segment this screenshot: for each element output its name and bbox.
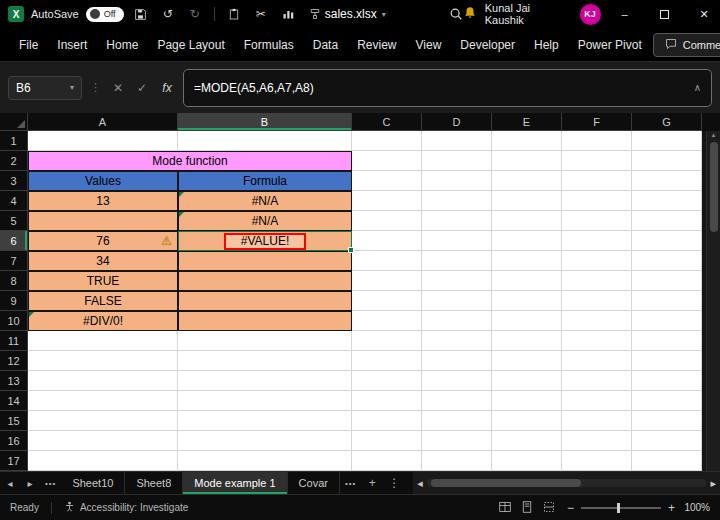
grid-cell[interactable] [352, 271, 422, 291]
grid-cell[interactable] [352, 191, 422, 211]
horizontal-scroll-track[interactable] [427, 479, 707, 487]
row-header-15[interactable]: 15 [0, 411, 28, 431]
grid-cell[interactable] [562, 411, 632, 431]
accessibility-status[interactable]: Accessibility: Investigate [64, 501, 188, 514]
horizontal-scrollbar[interactable]: ◂ ▸ [413, 472, 720, 494]
menu-tab-developer[interactable]: Developer [451, 32, 524, 58]
sheet-list-ellipsis[interactable]: ••• [40, 479, 61, 488]
grid-cell[interactable] [632, 151, 702, 171]
grid-cell[interactable] [422, 151, 492, 171]
row-header-1[interactable]: 1 [0, 131, 28, 151]
grid-cell[interactable] [492, 351, 562, 371]
grid-cell[interactable] [178, 431, 352, 451]
grid-cell[interactable] [562, 191, 632, 211]
grid-cell[interactable] [562, 351, 632, 371]
grid-cell[interactable] [422, 231, 492, 251]
grid-cell[interactable] [352, 431, 422, 451]
cell-a8[interactable]: TRUE [28, 271, 178, 291]
grid-cell[interactable] [352, 211, 422, 231]
grid-cell[interactable] [352, 291, 422, 311]
fill-handle[interactable] [348, 247, 354, 253]
menu-tab-insert[interactable]: Insert [48, 32, 96, 58]
grid-cell[interactable] [422, 291, 492, 311]
redo-icon[interactable]: ↻ [185, 7, 205, 21]
grid-cell[interactable] [178, 131, 352, 151]
grid-cell[interactable] [422, 171, 492, 191]
cell-b9[interactable] [178, 291, 352, 311]
zoom-in-button[interactable]: + [668, 501, 675, 515]
row-header-7[interactable]: 7 [0, 251, 28, 271]
grid-cell[interactable] [632, 271, 702, 291]
zoom-slider-thumb[interactable] [617, 503, 620, 513]
cancel-entry-icon[interactable]: ✕ [109, 81, 127, 95]
horizontal-scroll-thumb[interactable] [431, 479, 581, 487]
grid-cell[interactable] [632, 391, 702, 411]
grid-cell[interactable] [178, 371, 352, 391]
grid-cell[interactable] [632, 431, 702, 451]
sheet-tab-mode-example-1[interactable]: Mode example 1 [183, 472, 287, 494]
grid-cell[interactable] [422, 211, 492, 231]
sheet-nav-next-icon[interactable]: ▸ [20, 478, 40, 489]
grid-cell[interactable] [352, 171, 422, 191]
cell-b8[interactable] [178, 271, 352, 291]
grid-cell[interactable] [562, 291, 632, 311]
grid-cell[interactable] [562, 431, 632, 451]
search-icon[interactable] [449, 7, 463, 21]
grid-cell[interactable] [422, 351, 492, 371]
grid-cell[interactable] [352, 351, 422, 371]
grid-cell[interactable] [28, 351, 178, 371]
grid-cell[interactable] [352, 151, 422, 171]
scroll-up-icon[interactable]: ▴ [712, 131, 716, 139]
grid-cell[interactable] [352, 371, 422, 391]
vertical-scroll-thumb[interactable] [710, 142, 718, 232]
grid-cell[interactable] [352, 251, 422, 271]
grid-cell[interactable] [422, 311, 492, 331]
grid-cell[interactable] [632, 331, 702, 351]
sheet-nav-prev-icon[interactable]: ◂ [0, 478, 20, 489]
grid-cell[interactable] [492, 431, 562, 451]
grid-cell[interactable] [352, 451, 422, 471]
grid-cell[interactable] [352, 331, 422, 351]
grid-cell[interactable] [352, 131, 422, 151]
scroll-left-icon[interactable]: ◂ [417, 477, 423, 490]
menu-tab-home[interactable]: Home [97, 32, 147, 58]
format-painter-icon[interactable] [305, 8, 325, 20]
comments-button[interactable]: Comments [653, 33, 720, 57]
grid-cell[interactable] [562, 331, 632, 351]
user-avatar[interactable]: KJ [580, 4, 601, 25]
close-button[interactable]: ✕ [688, 0, 720, 28]
grid-cell[interactable] [352, 311, 422, 331]
formula-input[interactable]: =MODE(A5,A6,A7,A8) ∧ [183, 69, 712, 107]
column-header-f[interactable]: F [562, 113, 632, 131]
sheet-tab-covar[interactable]: Covar [288, 472, 340, 494]
cell-title-mode-function[interactable]: Mode function [28, 151, 352, 171]
grid-cell[interactable] [178, 351, 352, 371]
grid-cell[interactable] [562, 271, 632, 291]
page-layout-view-icon[interactable] [521, 501, 533, 515]
cell-a5[interactable] [28, 211, 178, 231]
user-name[interactable]: Kunal Jai Kaushik [485, 2, 572, 26]
sheet-tab-sheet10[interactable]: Sheet10 [61, 472, 125, 494]
grid-cell[interactable] [492, 331, 562, 351]
menu-tab-view[interactable]: View [407, 32, 451, 58]
row-header-12[interactable]: 12 [0, 351, 28, 371]
scroll-right-icon[interactable]: ▸ [710, 477, 716, 490]
row-header-4[interactable]: 4 [0, 191, 28, 211]
grid-cell[interactable] [562, 171, 632, 191]
cell-b5[interactable]: #N/A [178, 211, 352, 231]
grid-cell[interactable] [178, 411, 352, 431]
cell-a7[interactable]: 34 [28, 251, 178, 271]
row-header-2[interactable]: 2 [0, 151, 28, 171]
menu-tab-file[interactable]: File [10, 32, 47, 58]
grid-cell[interactable] [422, 451, 492, 471]
grid-cell[interactable] [562, 451, 632, 471]
grid-cell[interactable] [562, 151, 632, 171]
column-header-e[interactable]: E [492, 113, 562, 131]
insert-function-icon[interactable]: fx [157, 81, 177, 95]
grid-cell[interactable] [632, 291, 702, 311]
cell-formula-header[interactable]: Formula [178, 171, 352, 191]
grid-cell[interactable] [632, 351, 702, 371]
menu-tab-data[interactable]: Data [304, 32, 347, 58]
sheet-tab-sheet8[interactable]: Sheet8 [125, 472, 183, 494]
more-options-icon[interactable]: ⋮ [383, 476, 405, 490]
